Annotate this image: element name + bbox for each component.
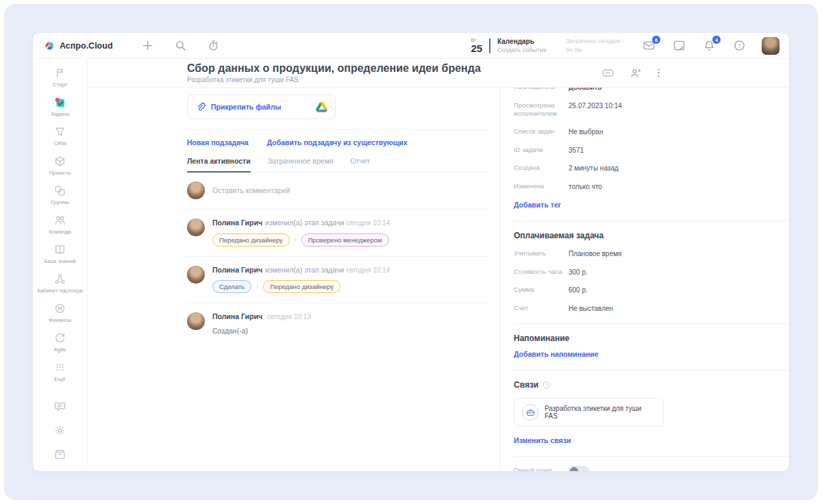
google-drive-icon[interactable] <box>316 102 327 112</box>
sidebar-item-more[interactable]: Ещё <box>35 362 86 383</box>
related-project-title: Разработка этикетки для туши FAS <box>545 405 656 420</box>
parent-project-link[interactable]: Разработка этикетки для туши FAS <box>187 76 481 84</box>
edit-relations-link[interactable]: Изменить связи <box>514 436 571 444</box>
sidebar-item-start[interactable]: Старт <box>35 67 86 88</box>
entry-author[interactable]: Полина Гирич <box>212 218 262 227</box>
detail-row-watchers: Наблюдатели Добавить <box>514 88 789 92</box>
inperson-report-toggle[interactable] <box>569 466 589 471</box>
sidebar-item-finance[interactable]: Финансы <box>35 303 86 324</box>
related-project-card[interactable]: Разработка этикетки для туши FAS <box>514 398 664 427</box>
copy-link-icon[interactable] <box>602 68 614 78</box>
archive-box-icon[interactable] <box>54 449 66 460</box>
comment-input[interactable]: Оставить комментарий <box>187 181 489 210</box>
add-reminder-link[interactable]: Добавить напоминание <box>514 350 599 358</box>
notifications-bell-icon[interactable]: 4 <box>703 40 715 51</box>
detail-label: Учитывать <box>514 249 569 258</box>
tab-activity-feed[interactable]: Лента активности <box>187 157 251 173</box>
sidebar-item-partner-cabinet[interactable]: Кабинет партнера <box>35 273 86 294</box>
detail-label: Наблюдатели <box>514 88 569 92</box>
paperclip-icon <box>195 102 206 112</box>
mail-icon[interactable]: 6 <box>643 40 655 51</box>
detail-label: Просмотрено исполнителем <box>514 101 569 119</box>
stage-badge-to: Передано дизайнеру <box>263 280 340 293</box>
sidebar-item-tasks[interactable]: Задачи <box>35 97 86 118</box>
entry-action: изменил(а) этап задачи <box>265 266 344 274</box>
sidebar-item-label: Задачи <box>51 111 69 118</box>
divider <box>514 370 789 370</box>
create-new-button[interactable] <box>142 40 153 51</box>
tab-time-spent[interactable]: Затраченное время <box>268 157 334 173</box>
weekday-label: Вт <box>471 38 482 42</box>
new-subtask-link[interactable]: Новая подзадача <box>187 138 249 147</box>
sidebar-item-label: Финансы <box>49 317 72 324</box>
logo-text: Аспро.Cloud <box>60 41 113 51</box>
sidebar-item-projects[interactable]: Проекты <box>35 155 86 177</box>
feed-entry: Полина Гиричизменил(а) этап задачисегодн… <box>187 257 489 304</box>
detail-label: ID задачи <box>514 146 569 155</box>
detail-value: 3571 <box>569 146 584 155</box>
sidebar-item-agile[interactable]: Agile <box>35 332 86 353</box>
search-icon[interactable] <box>175 40 186 51</box>
detail-value: 25.07.2023 10:14 <box>569 101 622 111</box>
entry-author[interactable]: Полина Гирич <box>212 266 262 274</box>
calendar-title: Календарь <box>497 38 547 45</box>
sidebar-item-label: Agile <box>54 346 66 353</box>
svg-text:?: ? <box>545 383 548 387</box>
share-user-icon[interactable] <box>630 68 641 78</box>
detail-value[interactable]: Плановое время <box>569 249 622 259</box>
stage-badge-from: Сделать <box>212 280 251 293</box>
app-logo[interactable]: Аспро.Cloud <box>44 40 113 51</box>
detail-row-inperson-report: Очный отчет руководителю <box>514 466 789 471</box>
help-icon[interactable]: ? <box>734 40 745 51</box>
add-existing-subtask-link[interactable]: Добавить подзадачу из существующих <box>267 138 408 147</box>
create-event-link[interactable]: Создать событие <box>497 47 547 53</box>
attach-files-button[interactable]: Прикрепить файлы <box>187 94 336 119</box>
sidebar-item-label: База знаний <box>45 258 76 265</box>
agile-icon <box>54 332 66 344</box>
support-chat-icon[interactable] <box>54 401 66 412</box>
calendar-date[interactable]: Вт 25 <box>471 38 482 54</box>
timer-icon[interactable] <box>208 40 219 51</box>
detail-row-created: Создана 2 минуты назад <box>514 164 789 173</box>
relations-help-icon[interactable]: ? <box>543 381 551 389</box>
feed-entry: Полина Гиричсегодня 10:13 Создан(-а) <box>187 303 489 344</box>
tasks-icon <box>54 97 66 108</box>
detail-value[interactable]: Не выбран <box>569 127 603 137</box>
sidebar-item-crm[interactable]: CRM <box>35 126 86 147</box>
sidebar-item-groups[interactable]: Группы <box>35 185 86 206</box>
entry-author[interactable]: Полина Гирич <box>212 312 262 320</box>
calendar-block[interactable]: Календарь Создать событие <box>497 38 547 53</box>
task-header: Сбор данных о продукции, определение иде… <box>88 59 789 88</box>
add-tag-link[interactable]: Добавить тег <box>514 201 561 209</box>
settings-gear-icon[interactable] <box>54 425 66 436</box>
detail-row-hour-rate: Стоимость часа 300 р. <box>514 268 789 277</box>
detail-label: Очный отчет руководителю <box>514 466 569 471</box>
arrow-icon: › <box>256 284 258 290</box>
author-avatar <box>187 266 205 284</box>
detail-value[interactable]: 300 р. <box>569 268 588 277</box>
reminder-heading: Напоминание <box>514 333 789 343</box>
detail-row-billing-mode: Учитывать Плановое время <box>514 249 789 259</box>
entry-time: сегодня 10:14 <box>346 266 390 274</box>
detail-label: Счет <box>514 304 569 313</box>
time-spent-value: 0ч 0м <box>566 46 620 54</box>
stage-badge-from: Передано дизайнеру <box>212 234 290 247</box>
groups-icon <box>54 185 66 197</box>
user-avatar[interactable] <box>762 37 780 55</box>
detail-label: Создана <box>514 164 569 173</box>
entry-time: сегодня 10:14 <box>346 219 390 227</box>
kebab-menu-icon[interactable] <box>657 68 660 78</box>
divider <box>514 220 789 221</box>
tab-report[interactable]: Отчет <box>351 157 371 173</box>
entry-time: сегодня 10:13 <box>267 313 311 320</box>
crm-funnel-icon <box>54 126 66 138</box>
notes-icon[interactable] <box>673 40 685 51</box>
detail-row-task-id: ID задачи 3571 <box>514 146 789 155</box>
time-spent-label: Затрачено сегодня <box>566 37 620 45</box>
add-watcher-link[interactable]: Добавить <box>569 88 601 92</box>
arrow-icon: › <box>295 236 297 243</box>
detail-value: Не выставлен <box>569 304 613 314</box>
divider <box>514 323 789 324</box>
sidebar-item-team[interactable]: Команда <box>35 214 86 236</box>
sidebar-item-knowledge-base[interactable]: База знаний <box>35 244 86 265</box>
